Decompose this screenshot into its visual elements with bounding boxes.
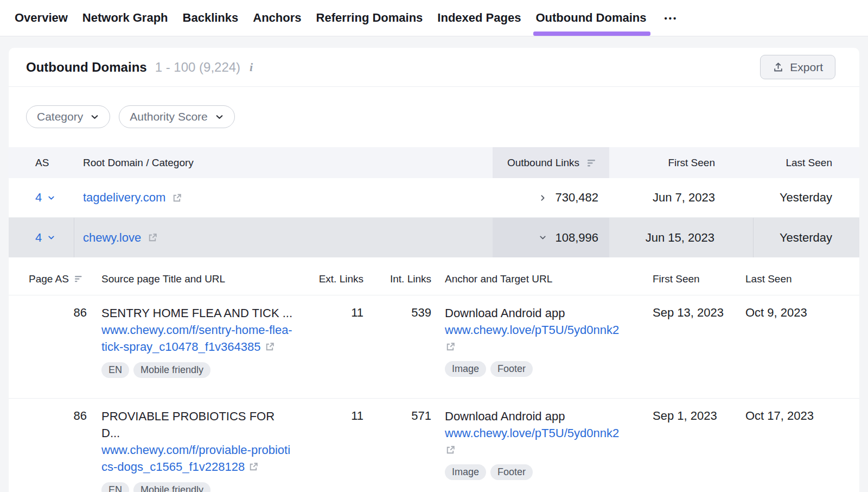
col-header-source-page[interactable]: Source page Title and URL <box>87 273 296 285</box>
int-links-value: 571 <box>363 408 431 423</box>
footer-badge: Footer <box>490 464 533 480</box>
outbound-links-value: 730,482 <box>555 191 598 205</box>
col-header-page-as[interactable]: Page AS <box>29 273 87 285</box>
page-as-value: 86 <box>29 305 87 320</box>
page-title: Outbound Domains <box>26 60 147 75</box>
anchor-text: Download Android app <box>445 305 640 321</box>
page-background: Outbound Domains 1 - 100 (9,224) i Expor… <box>0 36 868 492</box>
tab-anchors[interactable]: Anchors <box>253 0 301 36</box>
col-header-int-links[interactable]: Int. Links <box>363 273 431 285</box>
table-row: 4 tagdelivery.com 730,482 Jun 7, 2023 Ye… <box>9 178 859 218</box>
chevron-right-icon[interactable] <box>539 194 547 202</box>
sort-descending-icon <box>75 275 85 283</box>
image-badge: Image <box>445 464 486 480</box>
footer-badge: Footer <box>490 361 533 377</box>
chevron-down-icon <box>90 112 99 122</box>
source-page-title: SENTRY HOME FLEA AND TICK ... <box>101 305 296 321</box>
category-filter-label: Category <box>37 110 83 123</box>
category-filter[interactable]: Category <box>26 105 110 128</box>
report-tabs: Overview Network Graph Backlinks Anchors… <box>0 0 868 36</box>
chevron-down-icon[interactable] <box>539 234 547 242</box>
last-seen-value: Oct 9, 2023 <box>745 305 842 320</box>
first-seen-label: First Seen <box>668 157 715 169</box>
link-badges: Image Footer <box>445 464 640 480</box>
col-header-last-seen[interactable]: Last Seen <box>754 157 833 169</box>
target-url[interactable]: www.chewy.love/pT5U/5yd0nnk2 <box>445 426 619 440</box>
external-link-icon[interactable] <box>171 192 183 204</box>
authority-score-dropdown[interactable]: 4 <box>35 231 55 245</box>
as-value: 4 <box>35 191 42 205</box>
first-seen-value: Jun 15, 2023 <box>646 231 714 245</box>
table-row-expanded: 4 chewy.love 108,996 Jun 15, 2023 Yester… <box>9 218 859 257</box>
col-header-ext-links[interactable]: Ext. Links <box>296 273 363 285</box>
outbound-links-value: 108,996 <box>555 231 598 245</box>
external-link-icon[interactable] <box>445 444 456 456</box>
tab-outbound-domains[interactable]: Outbound Domains <box>535 0 646 36</box>
ext-links-value: 11 <box>296 408 363 423</box>
page-badges: EN Mobile friendly <box>101 362 296 378</box>
col-header-first-seen[interactable]: First Seen <box>640 273 745 285</box>
last-seen-value: Oct 17, 2023 <box>745 408 842 423</box>
domain-cell: tagdelivery.com <box>74 191 493 205</box>
external-link-icon[interactable] <box>248 461 259 472</box>
source-page-cell: SENTRY HOME FLEA AND TICK ... www.chewy.… <box>87 305 296 378</box>
source-page-url[interactable]: www.chewy.com/f/proviable-probiotics-dog… <box>101 441 292 475</box>
link-badges: Image Footer <box>445 361 640 377</box>
tab-referring-domains[interactable]: Referring Domains <box>316 0 423 36</box>
authority-score-dropdown[interactable]: 4 <box>35 191 55 205</box>
tab-overview[interactable]: Overview <box>15 0 68 36</box>
mobile-friendly-badge: Mobile friendly <box>133 362 210 378</box>
source-page-title: PROVIABLE PROBIOTICS FOR D... <box>101 408 296 441</box>
first-seen-value: Sep 13, 2023 <box>640 305 745 320</box>
col-header-as[interactable]: AS <box>9 147 74 178</box>
outbound-links-cell: 108,996 <box>493 218 609 257</box>
page-badges: EN Mobile friendly <box>101 482 296 492</box>
as-cell: 4 <box>9 178 74 217</box>
domain-link[interactable]: chewy.love <box>83 231 158 245</box>
export-button[interactable]: Export <box>760 55 835 79</box>
tab-backlinks[interactable]: Backlinks <box>183 0 239 36</box>
anchor-target-cell: Download Android app www.chewy.love/pT5U… <box>431 305 640 377</box>
mobile-friendly-badge: Mobile friendly <box>133 482 210 492</box>
more-tabs-icon[interactable]: ••• <box>661 0 681 36</box>
ext-links-value: 11 <box>296 305 363 320</box>
source-url-text: www.chewy.com/f/proviable-probiotics-dog… <box>101 443 290 474</box>
tab-indexed-pages[interactable]: Indexed Pages <box>437 0 521 36</box>
source-page-url[interactable]: www.chewy.com/f/sentry-home-flea-tick-sp… <box>101 321 292 355</box>
info-icon[interactable]: i <box>250 60 253 74</box>
col-header-last-seen[interactable]: Last Seen <box>745 273 842 285</box>
tab-network-graph[interactable]: Network Graph <box>82 0 168 36</box>
col-header-anchor-target[interactable]: Anchor and Target URL <box>431 273 640 285</box>
external-link-icon[interactable] <box>147 232 158 243</box>
authority-score-filter[interactable]: Authority Score <box>119 105 235 128</box>
domain-text: tagdelivery.com <box>83 191 165 205</box>
result-range: 1 - 100 (9,224) <box>155 60 240 75</box>
outbound-domains-card: Outbound Domains 1 - 100 (9,224) i Expor… <box>9 48 859 492</box>
as-value: 4 <box>35 231 42 245</box>
external-link-icon[interactable] <box>445 341 456 352</box>
language-badge: EN <box>101 362 129 378</box>
page-as-label: Page AS <box>29 273 69 285</box>
col-header-outbound-links[interactable]: Outbound Links <box>493 147 609 178</box>
first-seen-cell: Jun 15, 2023 <box>609 218 754 257</box>
external-link-icon[interactable] <box>264 341 276 352</box>
domain-link[interactable]: tagdelivery.com <box>83 191 183 205</box>
language-badge: EN <box>101 482 129 492</box>
last-seen-cell: Yesterday <box>754 231 833 245</box>
main-table-header: AS Root Domain / Category Outbound Links… <box>9 147 859 178</box>
target-url[interactable]: www.chewy.love/pT5U/5yd0nnk2 <box>445 323 619 337</box>
export-label: Export <box>790 61 823 74</box>
nested-pages-table: Page AS Source page Title and URL Ext. L… <box>9 257 859 492</box>
domain-text: chewy.love <box>83 231 141 245</box>
chevron-down-icon <box>215 112 224 122</box>
col-header-first-seen[interactable]: First Seen <box>609 147 754 178</box>
first-seen-value: Jun 7, 2023 <box>653 191 715 205</box>
export-icon <box>773 61 784 73</box>
page-as-value: 86 <box>29 408 87 423</box>
col-header-root-domain[interactable]: Root Domain / Category <box>74 157 493 169</box>
outbound-links-label: Outbound Links <box>507 157 579 169</box>
card-header: Outbound Domains 1 - 100 (9,224) i Expor… <box>9 48 859 87</box>
nested-row: 86 SENTRY HOME FLEA AND TICK ... www.che… <box>9 295 859 399</box>
chevron-down-icon <box>47 234 55 242</box>
first-seen-cell: Jun 7, 2023 <box>609 178 754 217</box>
